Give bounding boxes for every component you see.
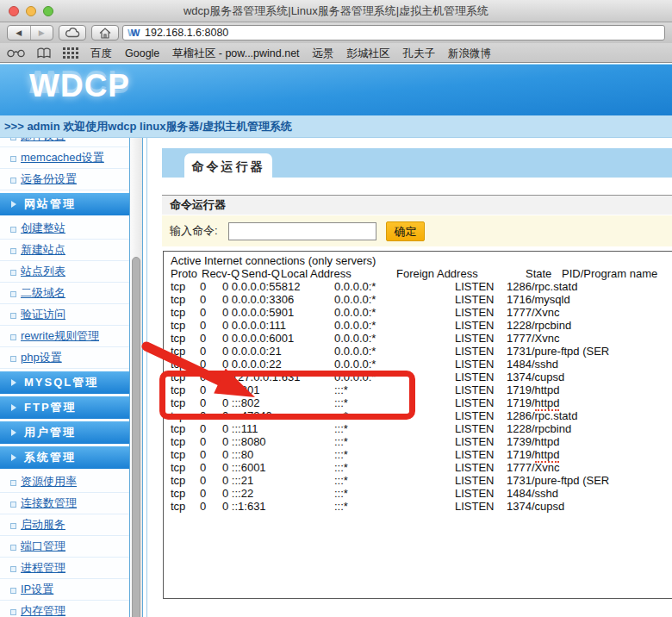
bookmark-item[interactable]: Google (125, 47, 159, 59)
terminal-line: tcp00 0.0.0.0:1110.0.0.0:*LISTEN1228/rpc… (164, 319, 672, 332)
wdcp-favicon: W W (128, 28, 140, 38)
terminal-line: tcp00 0.0.0.0:59010.0.0.0:*LISTEN1777/Xv… (164, 306, 672, 319)
bookmarks-bar: 百度Google草榴社区 - pow...pwind.net远景彭城社区孔夫子新… (0, 43, 672, 63)
sidebar-section-header[interactable]: MYSQL管理 (0, 371, 129, 394)
browser-toolbar: ◀ ▶ W W 192.168.1.6:8080 (0, 22, 672, 43)
sidebar-link[interactable]: 创建整站 (0, 218, 129, 240)
cloud-icon (65, 28, 80, 38)
reading-list-button[interactable] (7, 48, 25, 58)
terminal-line: tcp00 :::22:::*LISTEN1484/sshd (164, 487, 672, 500)
sidebar-scrollbar-thumb[interactable] (132, 257, 140, 617)
submit-command-button[interactable]: 确定 (386, 221, 425, 241)
tab-command-runner[interactable]: 命令运行器 (184, 153, 272, 178)
nav-button-group: ◀ ▶ (7, 25, 53, 41)
sidebar-link[interactable]: 新建站点 (0, 240, 129, 261)
bookmark-item[interactable]: 孔夫子 (403, 47, 436, 59)
sidebar-section-header[interactable]: 用户管理 (0, 421, 129, 444)
frame-border-right (142, 138, 143, 617)
terminal-line: tcp00 :::801:::*LISTEN1719/httpd (164, 383, 672, 396)
forward-button[interactable]: ▶ (31, 26, 53, 40)
page-body: 邮件设置memcached设置远备份设置网站管理创建整站新建站点站点列表二级域名… (0, 138, 672, 617)
sidebar-link[interactable]: php设置 (0, 347, 129, 369)
url-text: 192.168.1.6:8080 (145, 27, 228, 39)
sidebar-link[interactable]: 连接数管理 (0, 493, 129, 514)
grid-icon (63, 47, 78, 59)
sidebar-section-header[interactable]: FTP管理 (0, 396, 129, 419)
content-frame-border (146, 138, 147, 617)
wdcp-banner: WDCP WDCP (0, 64, 672, 115)
terminal-line: tcp00 :::8080:::*LISTEN1739/httpd (164, 435, 672, 448)
sidebar-link[interactable]: 端口管理 (0, 536, 129, 558)
bookmark-item[interactable]: 百度 (90, 47, 112, 59)
terminal-line: tcp00 :::80:::*LISTEN1719/httpd (164, 448, 672, 461)
welcome-bar: >>> admin 欢迎使用wdcp linux服务器/虚拟主机管理系统 (0, 115, 672, 138)
bookmark-item[interactable]: 彭城社区 (347, 47, 390, 59)
sidebar-link[interactable]: 二级域名 (0, 283, 129, 304)
terminal-line: tcp00 ::1:631:::*LISTEN1374/cupsd (164, 500, 672, 513)
window-titlebar: wdcp服务器管理系统|Linux服务器管理系统|虚拟主机管理系统 (0, 0, 672, 22)
terminal-line: ProtoRecv-QSend-QLocal AddressForeign Ad… (164, 267, 672, 280)
top-sites-button[interactable] (63, 47, 78, 59)
terminal-line: tcp00 0.0.0.0:558120.0.0.0:*LISTEN1286/r… (164, 280, 672, 293)
sidebar-link[interactable]: 验证访问 (0, 304, 129, 326)
sidebar-link[interactable]: rewrite规则管理 (0, 326, 129, 347)
wdcp-logo-reflection: WDCP (29, 63, 130, 99)
terminal-line: tcp00 0.0.0.0:60010.0.0.0:*LISTEN1777/Xv… (164, 332, 672, 345)
terminal-line: tcp00 0.0.0.0:220.0.0.0:*LISTEN1484/sshd (164, 358, 672, 371)
command-input[interactable] (228, 222, 376, 240)
terminal-line: tcp00 :::802:::*LISTEN1719/httpd (164, 396, 672, 409)
back-button[interactable]: ◀ (8, 26, 30, 40)
sidebar-link[interactable]: 站点列表 (0, 261, 129, 283)
terminal-line: tcp00 :::21:::*LISTEN1731/pure-ftpd (SER (164, 474, 672, 487)
terminal-line: tcp00 127.0.0.1:6310.0.0.0:*LISTEN1374/c… (164, 371, 672, 383)
terminal-output: Active Internet connections (only server… (163, 251, 672, 599)
bookmark-item[interactable]: 新浪微博 (448, 47, 491, 59)
home-icon (99, 28, 111, 39)
sidebar-link[interactable]: 邮件设置 (0, 138, 129, 147)
home-button[interactable] (91, 25, 119, 41)
command-input-row: 输入命令: 确定 (162, 215, 672, 246)
icloud-tabs-button[interactable] (59, 25, 86, 41)
sidebar-link[interactable]: 资源使用率 (0, 471, 129, 493)
section-title: 命令运行器 (162, 195, 672, 215)
sidebar-link[interactable]: memcached设置 (0, 147, 129, 169)
terminal-line: tcp00 0.0.0.0:210.0.0.0:*LISTEN1731/pure… (164, 345, 672, 358)
terminal-line: tcp00 :::6001:::*LISTEN1777/Xvnc (164, 461, 672, 474)
address-bar[interactable]: W W 192.168.1.6:8080 (122, 25, 665, 41)
sidebar-link[interactable]: IP设置 (0, 579, 129, 601)
terminal-line: tcp00 :::111:::*LISTEN1228/rpcbind (164, 422, 672, 435)
svg-text:W: W (131, 28, 140, 38)
sidebar-link[interactable]: 启动服务 (0, 514, 129, 536)
terminal-line: tcp00 0.0.0.0:33060.0.0.0:*LISTEN1716/my… (164, 293, 672, 306)
sidebar-link[interactable]: 进程管理 (0, 558, 129, 579)
sidebar-link[interactable]: 远备份设置 (0, 169, 129, 190)
sidebar-section-header[interactable]: 系统管理 (0, 446, 129, 469)
bookmark-item[interactable]: 草榴社区 - pow...pwind.net (172, 47, 299, 59)
bookmark-item[interactable]: 远景 (313, 47, 334, 59)
sidebar-link[interactable]: 内存管理 (0, 601, 129, 617)
book-icon (37, 47, 51, 59)
window-title: wdcp服务器管理系统|Linux服务器管理系统|虚拟主机管理系统 (0, 0, 672, 22)
terminal-line: Active Internet connections (only server… (164, 254, 672, 267)
terminal-line: tcp00 :::47240:::*LISTEN1286/rpc.statd (164, 409, 672, 422)
command-input-label: 输入命令: (170, 215, 218, 246)
glasses-icon (7, 48, 25, 58)
sidebar: 邮件设置memcached设置远备份设置网站管理创建整站新建站点站点列表二级域名… (0, 138, 129, 617)
sidebar-section-header[interactable]: 网站管理 (0, 193, 129, 215)
bookmarks-menu-button[interactable] (37, 47, 51, 59)
